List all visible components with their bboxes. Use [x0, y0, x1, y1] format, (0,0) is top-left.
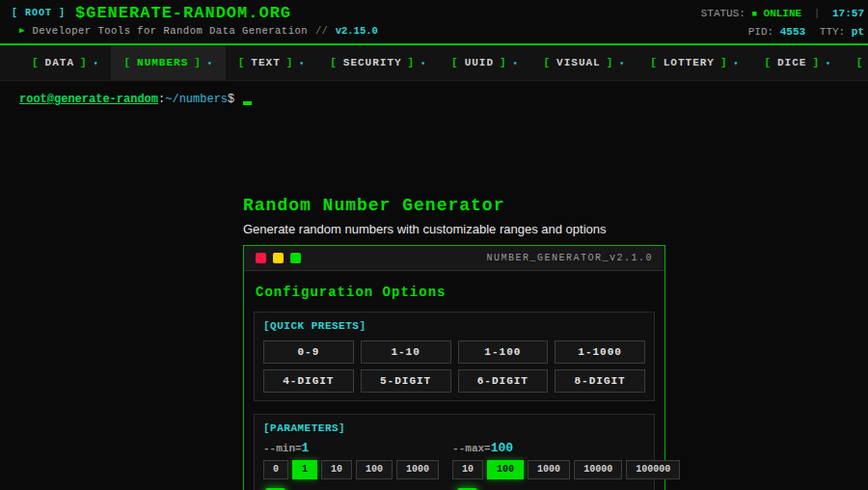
window-title: NUMBER_GENERATOR_v2.1.0 [486, 253, 653, 263]
chevron-down-icon: ▾ [299, 59, 305, 68]
chevron-down-icon: ▾ [207, 59, 213, 68]
min-option-100[interactable]: 100 [356, 460, 393, 479]
top-bar: [ ROOT ] $GENERATE-RANDOM.ORG ▶ Develope… [0, 0, 868, 45]
nav-item-label: NUMBERS [137, 57, 188, 68]
config-options-heading: Configuration Options [256, 285, 653, 300]
window-body: Configuration Options [QUICK PRESETS] 0-… [244, 271, 665, 490]
preset-button-1-10[interactable]: 1-10 [361, 340, 451, 364]
close-window-icon[interactable] [256, 253, 266, 263]
nav-item-dice[interactable]: [ DICE ] ▾ [751, 45, 843, 80]
terminal-cursor [243, 101, 252, 105]
quick-presets-label: [QUICK PRESETS] [263, 320, 645, 332]
nav-bracket: [ [123, 57, 131, 68]
min-option-1000[interactable]: 1000 [396, 460, 439, 479]
nav-bracket: ] [500, 57, 507, 68]
online-square-icon: ■ [752, 10, 757, 19]
min-option-1[interactable]: 1 [292, 460, 317, 479]
play-icon: ▶ [19, 23, 24, 39]
quick-presets-section: [QUICK PRESETS] 0-9 1-10 1-100 1-1000 4-… [254, 312, 655, 401]
page-title: Random Number Generator [243, 196, 665, 215]
max-option-10000[interactable]: 10000 [574, 460, 622, 479]
nav-bracket: ] [408, 57, 416, 68]
preset-button-1-1000[interactable]: 1-1000 [555, 340, 645, 364]
max-option-row: 10 100 1000 10000 100000 [452, 460, 680, 479]
min-option-0[interactable]: 0 [263, 460, 288, 479]
min-option-10[interactable]: 10 [321, 460, 352, 479]
max-option-1000[interactable]: 1000 [528, 460, 570, 479]
preset-button-1-100[interactable]: 1-100 [458, 340, 549, 364]
max-option-100000[interactable]: 100000 [626, 460, 680, 479]
chevron-down-icon: ▾ [826, 59, 831, 68]
pid-label: PID: [748, 26, 773, 38]
nav-bracket: [ [650, 57, 658, 68]
nav-bracket: ] [194, 57, 202, 68]
tty-value: pt [852, 26, 864, 38]
nav-item-label: DATA [45, 57, 74, 68]
nav-bracket: [ [238, 57, 246, 68]
preset-button-8-digit[interactable]: 8-DIGIT [555, 369, 645, 393]
parameters-section: [PARAMETERS] --min=1 0 1 10 100 1000 [254, 414, 655, 490]
nav-bracket: ] [80, 57, 88, 68]
status-value: ONLINE [764, 8, 802, 19]
nav-bracket: [ [543, 57, 551, 68]
minimize-window-icon[interactable] [273, 253, 284, 263]
nav-item-tools[interactable]: [ TOOLS ] ▾ [844, 45, 868, 80]
nav-item-text[interactable]: [ TEXT ] ▾ [226, 45, 317, 80]
clock: 17:57 [832, 8, 864, 19]
chevron-down-icon: ▾ [420, 59, 426, 68]
nav-item-label: UUID [465, 57, 494, 68]
site-title[interactable]: $GENERATE-RANDOM.ORG [75, 5, 291, 22]
prompt-user-host: root@generate-random [19, 93, 158, 107]
nav-bracket: ] [720, 57, 728, 68]
chevron-down-icon: ▾ [619, 59, 625, 68]
main-nav: [ DATA ] ▾ [ NUMBERS ] ▾ [ TEXT ] ▾ [ SE… [0, 45, 868, 81]
min-parameter: --min=1 0 1 10 100 1000 [263, 442, 439, 490]
status-label: STATUS: [701, 8, 746, 19]
nav-bracket: [ [764, 57, 772, 68]
nav-bracket: [ [32, 57, 40, 68]
nav-item-lottery[interactable]: [ LOTTERY ] ▾ [637, 45, 751, 80]
max-arg-name: --max= [452, 443, 491, 454]
pid-value: 4553 [780, 26, 805, 38]
nav-item-data[interactable]: [ DATA ] ▾ [19, 45, 111, 80]
max-option-10[interactable]: 10 [452, 460, 483, 479]
maximize-window-icon[interactable] [290, 253, 301, 263]
chevron-down-icon: ▾ [734, 59, 740, 68]
version-number: v2.15.0 [336, 23, 378, 39]
nav-item-uuid[interactable]: [ UUID ] ▾ [439, 45, 530, 80]
nav-bracket: ] [286, 57, 294, 68]
status-separator: | [814, 8, 821, 19]
preset-button-4-digit[interactable]: 4-DIGIT [263, 369, 354, 393]
preset-button-5-digit[interactable]: 5-DIGIT [361, 369, 451, 393]
nav-item-label: LOTTERY [664, 57, 715, 68]
nav-item-security[interactable]: [ SECURITY ] ▾ [317, 45, 439, 80]
chevron-down-icon: ▾ [94, 59, 99, 68]
nav-item-visual[interactable]: [ VISUAL ] ▾ [530, 45, 637, 80]
top-bar-left: [ ROOT ] $GENERATE-RANDOM.ORG ▶ Develope… [12, 5, 378, 40]
prompt-path: ~/numbers [165, 93, 228, 107]
tagline-separator: // [315, 23, 328, 39]
nav-item-label: DICE [777, 57, 806, 68]
terminal-prompt: root@generate-random:~/numbers$ [19, 93, 868, 107]
max-parameter: --max=100 10 100 1000 10000 100000 [452, 442, 680, 490]
parameters-label: [PARAMETERS] [263, 422, 645, 434]
top-bar-right: STATUS: ■ ONLINE | 17:57 PID: 4553 TTY: … [701, 5, 866, 40]
nav-item-numbers[interactable]: [ NUMBERS ] ▾ [111, 45, 225, 80]
preset-button-0-9[interactable]: 0-9 [263, 340, 354, 364]
min-value: 1 [302, 441, 310, 455]
tty-label: TTY: [820, 26, 845, 38]
max-option-100[interactable]: 100 [487, 460, 524, 479]
max-value: 100 [491, 441, 513, 455]
preset-button-6-digit[interactable]: 6-DIGIT [458, 369, 549, 393]
nav-item-label: TEXT [251, 57, 280, 68]
nav-bracket: [ [451, 57, 459, 68]
nav-bracket: [ [856, 57, 864, 68]
min-option-row: 0 1 10 100 1000 [263, 460, 439, 479]
nav-item-label: VISUAL [556, 57, 601, 68]
nav-bracket: ] [812, 57, 820, 68]
nav-bracket: ] [607, 57, 614, 68]
quick-presets-grid: 0-9 1-10 1-100 1-1000 4-DIGIT 5-DIGIT 6-… [263, 340, 645, 393]
page-subtitle: Generate random numbers with customizabl… [243, 223, 665, 236]
min-arg-name: --min= [263, 443, 302, 454]
generator-window: NUMBER_GENERATOR_v2.1.0 Configuration Op… [243, 245, 665, 490]
